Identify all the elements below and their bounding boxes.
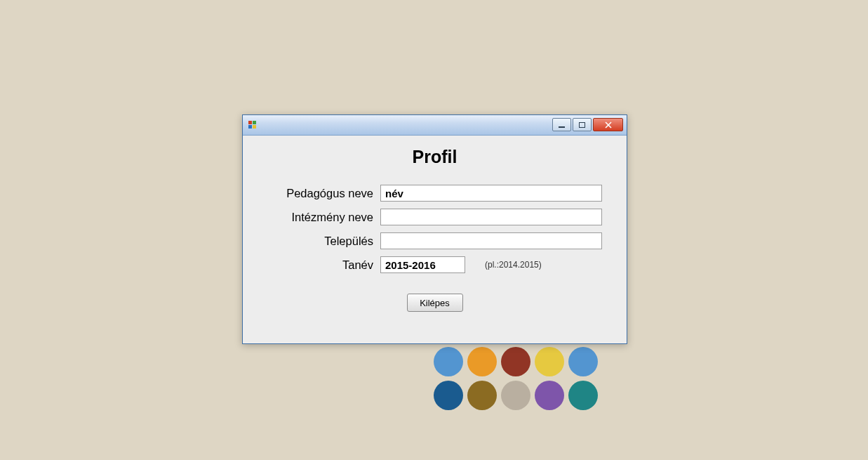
- tanev-input[interactable]: [380, 256, 465, 273]
- color-swatch[interactable]: [467, 347, 497, 376]
- color-swatch[interactable]: [535, 381, 564, 410]
- color-swatch[interactable]: [568, 347, 598, 376]
- svg-rect-0: [248, 121, 252, 124]
- form-row-tanev: Tanév (pl.:2014.2015): [257, 256, 613, 274]
- form-row-telepules: Település: [257, 232, 613, 250]
- pedagogus-label: Pedagógus neve: [257, 187, 380, 200]
- color-swatch[interactable]: [434, 381, 463, 410]
- form-row-pedagogus: Pedagógus neve: [257, 184, 613, 202]
- window-titlebar[interactable]: [243, 115, 627, 136]
- color-swatch[interactable]: [467, 381, 497, 410]
- color-palette: [434, 347, 598, 410]
- form-row-intezmeny: Intézmény neve: [257, 208, 613, 226]
- minimize-button[interactable]: [552, 118, 571, 131]
- profile-window: Profil Pedagógus neve Intézmény neve Tel…: [242, 114, 627, 344]
- color-swatch[interactable]: [535, 347, 564, 376]
- color-swatch[interactable]: [434, 347, 463, 376]
- close-button[interactable]: [593, 118, 623, 131]
- tanev-hint: (pl.:2014.2015): [485, 260, 542, 270]
- intezmeny-label: Intézmény neve: [257, 211, 380, 224]
- maximize-button[interactable]: [573, 118, 592, 131]
- button-row: Kilépes: [257, 294, 613, 312]
- page-title: Profil: [257, 147, 613, 167]
- svg-rect-2: [248, 125, 252, 129]
- telepules-label: Település: [257, 235, 380, 248]
- color-swatch[interactable]: [501, 381, 530, 410]
- maximize-icon: [579, 122, 585, 128]
- close-icon: [605, 121, 612, 129]
- window-controls: [552, 118, 623, 131]
- telepules-input[interactable]: [380, 232, 602, 249]
- svg-rect-1: [253, 121, 256, 124]
- color-swatch[interactable]: [501, 347, 530, 376]
- pedagogus-input[interactable]: [380, 185, 602, 202]
- svg-rect-3: [253, 125, 256, 129]
- window-body: Profil Pedagógus neve Intézmény neve Tel…: [243, 136, 627, 324]
- intezmeny-input[interactable]: [380, 209, 602, 225]
- app-icon: [247, 119, 258, 131]
- tanev-label: Tanév: [257, 258, 380, 272]
- minimize-icon: [559, 126, 565, 128]
- exit-button[interactable]: Kilépes: [407, 294, 463, 312]
- color-swatch[interactable]: [568, 381, 598, 410]
